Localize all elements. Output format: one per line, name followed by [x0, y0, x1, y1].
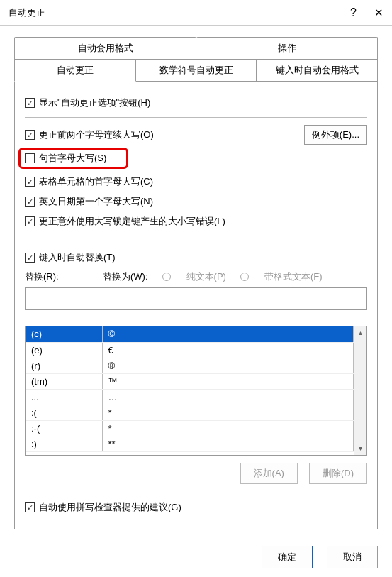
cancel-button[interactable]: 取消 — [327, 546, 378, 568]
tab-autoformat[interactable]: 自动套用格式 — [14, 37, 196, 59]
table-row[interactable]: :)** — [26, 436, 354, 451]
scroll-track[interactable] — [354, 339, 366, 442]
table-cell-from: :-( — [26, 420, 102, 436]
delete-button[interactable]: 删除(D) — [309, 463, 367, 484]
replace-input[interactable] — [25, 287, 101, 310]
replace-inputs-row — [25, 287, 367, 310]
table-cell-from: ... — [26, 389, 102, 405]
tab-body: 显示"自动更正选项"按钮(H) 更正前两个字母连续大写(O) 句首字母大写(S)… — [14, 82, 378, 529]
replace-with-input[interactable] — [101, 287, 367, 310]
replacement-table[interactable]: (c)©(e)€(r)®(tm)™...…:(*:-(*:)** — [26, 326, 354, 455]
checkbox-table-cell-cap[interactable]: 表格单元格的首字母大写(C) — [25, 173, 296, 190]
scrollbar[interactable]: ▴ ▾ — [354, 326, 366, 455]
replace-with-label: 替换为(W): — [103, 270, 148, 283]
tab-autocorrect[interactable]: 自动更正 — [14, 59, 136, 82]
checkbox-label: 更正意外使用大写锁定键产生的大小写错误(L) — [39, 215, 225, 228]
table-row[interactable]: ...… — [26, 389, 354, 405]
checkbox-label: 更正前两个字母连续大写(O) — [39, 128, 154, 141]
replace-labels-row: 替换(R): 替换为(W): 纯文本(P) 带格式文本(F) — [25, 270, 367, 283]
table-row[interactable]: :(* — [26, 405, 354, 420]
checkbox-caps-lock[interactable]: 更正意外使用大写锁定键产生的大小写错误(L) — [25, 213, 296, 230]
ok-button[interactable]: 确定 — [262, 546, 313, 568]
scroll-down-icon[interactable]: ▾ — [354, 442, 366, 455]
dialog-content: 自动套用格式 操作 自动更正 数学符号自动更正 键入时自动套用格式 显示"自动更… — [0, 26, 392, 529]
checkbox-sentence-first-cap-row: 句首字母大写(S) — [25, 146, 296, 170]
checkbox-english-date-cap[interactable]: 英文日期第一个字母大写(N) — [25, 193, 296, 210]
radio-formatted-text: 带格式文本(F) — [240, 270, 323, 283]
radio-plain-text: 纯文本(P) — [162, 270, 226, 283]
table-cell-to: ® — [102, 358, 354, 373]
scroll-up-icon[interactable]: ▴ — [354, 326, 366, 339]
checkbox-sentence-first-cap[interactable] — [25, 153, 35, 163]
checkbox-label: 句首字母大写(S) — [39, 152, 106, 165]
checkbox-icon — [25, 177, 35, 187]
table-cell-from: :) — [26, 436, 102, 451]
highlight-box: 句首字母大写(S) — [18, 148, 128, 169]
checkbox-replace-typing[interactable]: 键入时自动替换(T) — [25, 249, 367, 266]
dialog-footer: 确定 取消 — [0, 537, 392, 577]
table-cell-to: © — [102, 326, 354, 342]
table-row[interactable]: (c)© — [26, 326, 354, 342]
checkbox-label: 键入时自动替换(T) — [39, 251, 116, 264]
checkbox-label: 显示"自动更正选项"按钮(H) — [39, 97, 150, 109]
table-row[interactable]: (tm)™ — [26, 373, 354, 389]
tabs-row-top: 自动套用格式 操作 — [14, 37, 378, 59]
checkbox-spell-checker[interactable]: 自动使用拼写检查器提供的建议(G) — [25, 499, 367, 516]
checkbox-show-autocorrect-button[interactable]: 显示"自动更正选项"按钮(H) — [25, 94, 367, 111]
close-button[interactable]: ✕ — [374, 6, 383, 19]
table-row[interactable]: :-(* — [26, 420, 354, 436]
divider — [25, 243, 367, 243]
tab-math-autocorrect[interactable]: 数学符号自动更正 — [136, 59, 257, 82]
table-cell-from: :( — [26, 405, 102, 420]
tab-autoformat-typing[interactable]: 键入时自动套用格式 — [257, 59, 378, 82]
help-button[interactable]: ? — [350, 6, 357, 19]
divider — [25, 117, 367, 118]
checkbox-label: 自动使用拼写检查器提供的建议(G) — [39, 501, 181, 514]
checkbox-icon — [25, 216, 35, 226]
checkbox-two-initial-caps[interactable]: 更正前两个字母连续大写(O) — [25, 126, 296, 143]
table-cell-to: * — [102, 420, 354, 436]
table-cell-to: … — [102, 389, 354, 405]
table-cell-to: ™ — [102, 373, 354, 389]
divider — [25, 493, 367, 493]
table-cell-from: (c) — [26, 326, 102, 342]
table-cell-to: € — [102, 342, 354, 358]
checkbox-label: 英文日期第一个字母大写(N) — [39, 195, 153, 208]
radio-icon — [240, 273, 249, 281]
checkbox-icon — [25, 502, 35, 512]
checkbox-label: 表格单元格的首字母大写(C) — [39, 175, 153, 188]
titlebar: 自动更正 ? ✕ — [0, 0, 392, 26]
exceptions-button[interactable]: 例外项(E)... — [304, 125, 367, 145]
replace-label: 替换(R): — [25, 270, 89, 283]
add-button[interactable]: 添加(A) — [240, 463, 298, 484]
list-buttons: 添加(A) 删除(D) — [25, 463, 367, 484]
table-cell-to: * — [102, 405, 354, 420]
tab-actions[interactable]: 操作 — [196, 37, 378, 59]
checkbox-icon — [25, 253, 35, 263]
checkbox-icon — [25, 98, 35, 108]
table-row[interactable]: (r)® — [26, 358, 354, 373]
replacement-list: (c)©(e)€(r)®(tm)™...…:(*:-(*:)** ▴ ▾ — [25, 326, 367, 456]
table-row[interactable]: (e)€ — [26, 342, 354, 358]
tabs-row-bottom: 自动更正 数学符号自动更正 键入时自动套用格式 — [14, 59, 378, 82]
table-cell-from: (tm) — [26, 373, 102, 389]
radio-icon — [162, 273, 171, 281]
table-cell-from: (r) — [26, 358, 102, 373]
checkbox-icon — [25, 197, 35, 207]
table-cell-to: ** — [102, 436, 354, 451]
window-title: 自动更正 — [9, 6, 45, 19]
table-cell-from: (e) — [26, 342, 102, 358]
checkbox-icon — [25, 130, 35, 140]
